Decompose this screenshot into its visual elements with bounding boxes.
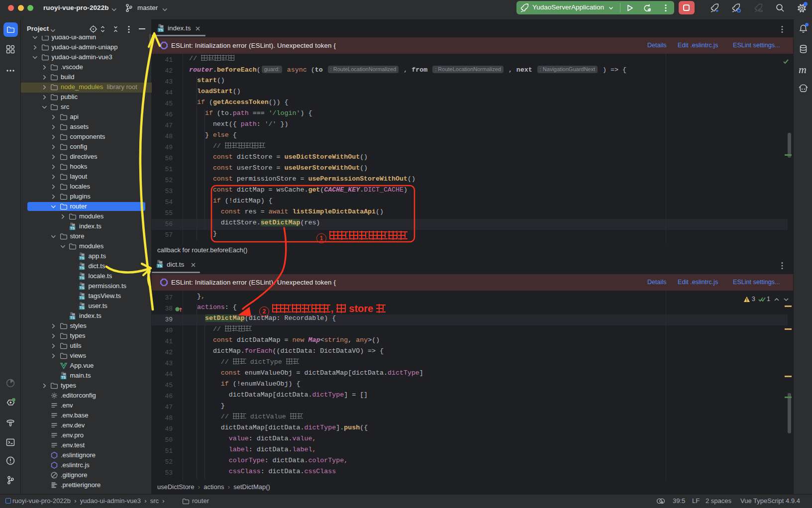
svg-text:TS: TS bbox=[80, 306, 84, 309]
svg-text:TS: TS bbox=[80, 256, 84, 260]
svg-text:TS: TS bbox=[61, 376, 66, 379]
svg-text:TS: TS bbox=[80, 266, 84, 270]
svg-text:TS: TS bbox=[70, 226, 75, 230]
svg-text:TS: TS bbox=[80, 286, 84, 290]
svg-text:TS: TS bbox=[157, 264, 162, 268]
svg-text:TS: TS bbox=[80, 296, 84, 300]
svg-text:TS: TS bbox=[158, 28, 163, 32]
svg-text:TS: TS bbox=[80, 276, 84, 280]
svg-text:TS: TS bbox=[70, 316, 75, 319]
